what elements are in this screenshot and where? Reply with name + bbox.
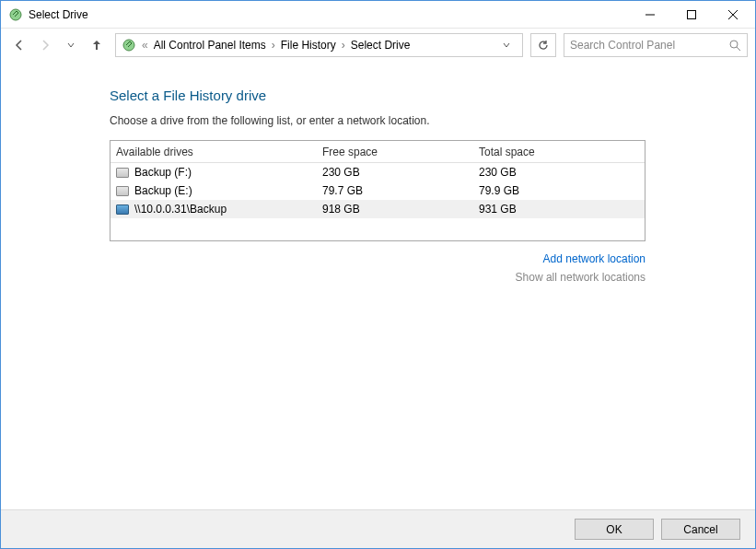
drive-icon: [116, 186, 129, 196]
links-area: Add network location Show all network lo…: [110, 252, 646, 284]
network-drive-icon: [116, 204, 129, 215]
table-row[interactable]: Backup (E:)79.7 GB79.9 GB: [110, 181, 645, 200]
total-space: 931 GB: [479, 203, 645, 216]
search-box[interactable]: [564, 33, 748, 57]
drive-icon: [116, 168, 129, 178]
back-button[interactable]: [8, 34, 30, 56]
table-row[interactable]: \\10.0.0.31\Backup918 GB931 GB: [110, 200, 645, 218]
show-all-network-link[interactable]: Show all network locations: [110, 271, 646, 284]
drive-name: Backup (E:): [134, 184, 192, 197]
minimize-button[interactable]: [629, 1, 670, 28]
chevron-right-icon: ›: [342, 39, 345, 52]
app-icon: [8, 7, 23, 22]
free-space: 918 GB: [322, 203, 479, 216]
total-space: 79.9 GB: [479, 184, 645, 197]
svg-point-6: [730, 41, 738, 48]
table-row[interactable]: Backup (F:)230 GB230 GB: [110, 163, 645, 181]
ok-button[interactable]: OK: [575, 519, 654, 540]
svg-point-5: [123, 40, 134, 51]
window-title: Select Drive: [29, 8, 629, 21]
breadcrumb-prefix: «: [142, 39, 148, 52]
col-header-free[interactable]: Free space: [322, 146, 479, 158]
col-header-total[interactable]: Total space: [479, 146, 645, 158]
address-dropdown[interactable]: [502, 41, 520, 50]
content-area: Select a File History drive Choose a dri…: [1, 62, 755, 509]
refresh-button[interactable]: [530, 33, 556, 57]
table-header: Available drives Free space Total space: [110, 141, 645, 163]
add-network-link[interactable]: Add network location: [110, 252, 646, 265]
breadcrumb-item[interactable]: Select Drive: [347, 37, 414, 53]
breadcrumb-item[interactable]: All Control Panel Items: [150, 37, 270, 53]
breadcrumb-item[interactable]: File History: [277, 37, 340, 53]
forward-button[interactable]: [34, 34, 56, 56]
footer: OK Cancel: [1, 509, 755, 548]
navbar: « All Control Panel Items › File History…: [1, 29, 755, 62]
page-subheading: Choose a drive from the following list, …: [110, 114, 755, 127]
svg-point-0: [10, 9, 21, 20]
up-button[interactable]: [86, 34, 108, 56]
drive-name: \\10.0.0.31\Backup: [134, 203, 227, 216]
recent-dropdown[interactable]: [60, 34, 82, 56]
free-space: 79.7 GB: [322, 184, 479, 197]
cancel-button[interactable]: Cancel: [661, 519, 740, 540]
address-bar[interactable]: « All Control Panel Items › File History…: [115, 33, 523, 57]
free-space: 230 GB: [322, 166, 479, 179]
drive-name: Backup (F:): [134, 166, 192, 179]
svg-line-7: [737, 47, 740, 51]
total-space: 230 GB: [479, 166, 645, 179]
col-header-drives[interactable]: Available drives: [110, 146, 322, 158]
titlebar: Select Drive: [1, 1, 755, 29]
svg-rect-2: [687, 10, 695, 18]
location-icon: [122, 38, 136, 53]
drive-table: Available drives Free space Total space …: [110, 140, 646, 241]
maximize-button[interactable]: [670, 1, 712, 28]
page-heading: Select a File History drive: [110, 88, 755, 103]
search-input[interactable]: [570, 39, 728, 52]
search-icon: [728, 39, 741, 52]
chevron-right-icon: ›: [272, 39, 275, 52]
close-button[interactable]: [712, 1, 753, 28]
